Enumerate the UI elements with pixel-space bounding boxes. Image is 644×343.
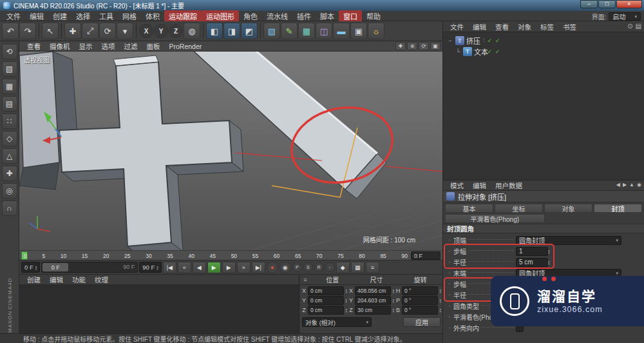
- snap-button[interactable]: ∩: [2, 201, 17, 216]
- viewport-menu-options[interactable]: 选项: [97, 41, 120, 51]
- polygons-mode-button[interactable]: △: [2, 148, 17, 164]
- interface-dropdown[interactable]: 启动▾: [609, 12, 641, 21]
- visibility-dots-icon[interactable]: ∶: [483, 48, 485, 55]
- rotation-b-input[interactable]: 0 °: [402, 306, 438, 315]
- menu-character[interactable]: 角色: [239, 10, 262, 22]
- history-back-icon[interactable]: ◀: [616, 182, 620, 188]
- position-x-input[interactable]: 0 cm: [308, 286, 344, 295]
- menu-motion-tracker[interactable]: 运动跟踪: [164, 10, 202, 22]
- menu-help[interactable]: 帮助: [362, 10, 385, 22]
- viewport[interactable]: 查看 摄像机 显示 选项 过滤 面板 ProRender ✚ ⊕ ⟳ ▣ 透视视…: [19, 41, 442, 250]
- section-cap-rounding[interactable]: 封顶圆角: [443, 224, 644, 233]
- redo-button[interactable]: ↷: [19, 23, 36, 39]
- menu-script[interactable]: 脚本: [316, 10, 339, 22]
- play-button[interactable]: ▶: [207, 262, 221, 273]
- add-spline-button[interactable]: ✎: [281, 23, 298, 39]
- add-camera-button[interactable]: ▣: [350, 23, 367, 39]
- last-tool-button[interactable]: ▾: [117, 23, 133, 39]
- lock-x-axis-button[interactable]: X: [139, 24, 153, 38]
- add-light-button[interactable]: ☼: [368, 23, 384, 39]
- keyframe-dot-icon[interactable]: [446, 259, 453, 265]
- keyframe-dot-icon[interactable]: [446, 292, 453, 298]
- undo-button[interactable]: ↶: [2, 23, 19, 39]
- parent-object-icon[interactable]: ▲: [629, 182, 634, 188]
- size-y-input[interactable]: 204.603 cm: [355, 296, 391, 305]
- tab-object[interactable]: 对象: [544, 204, 592, 213]
- position-z-input[interactable]: 0 cm: [308, 306, 344, 315]
- next-frame-button[interactable]: ▶: [222, 262, 236, 273]
- render-settings-button[interactable]: ◩: [241, 23, 258, 39]
- lock-icon[interactable]: ◉: [637, 182, 641, 188]
- viewport-orbit-icon[interactable]: ⟳: [419, 42, 429, 50]
- record-scale-toggle[interactable]: S: [303, 262, 313, 272]
- add-floor-button[interactable]: ▬: [333, 23, 350, 39]
- om-menu-edit[interactable]: 编辑: [468, 22, 491, 32]
- object-row-text[interactable]: └ T 文本 ∶ ✓ ✓: [447, 46, 644, 57]
- om-menu-objects[interactable]: 对象: [513, 22, 536, 32]
- object-name[interactable]: 挤压: [466, 35, 480, 46]
- keying-settings-button[interactable]: ▦: [351, 262, 365, 273]
- keyframe-dot-icon[interactable]: [446, 281, 453, 287]
- material-menu-edit[interactable]: 编辑: [45, 275, 68, 284]
- tab-phong[interactable]: 平滑着色(Phong): [445, 214, 545, 223]
- record-pla-toggle[interactable]: ◦: [325, 262, 335, 272]
- position-y-input[interactable]: 0 cm: [308, 296, 344, 305]
- rotation-h-input[interactable]: 0 °: [402, 286, 438, 295]
- close-button[interactable]: ×: [616, 0, 642, 8]
- lock-z-axis-button[interactable]: Z: [169, 24, 183, 38]
- material-menu-create[interactable]: 创建: [23, 275, 45, 284]
- autokey-button[interactable]: ◉: [279, 262, 291, 273]
- prev-frame-button[interactable]: ◀: [193, 262, 206, 273]
- viewport-solo-button[interactable]: ◎: [2, 183, 17, 199]
- add-subdivision-button[interactable]: ▦: [298, 23, 315, 39]
- menu-select[interactable]: 选择: [71, 10, 95, 22]
- add-cube-button[interactable]: ▧: [263, 23, 280, 39]
- menu-pipeline[interactable]: 流水线: [262, 10, 292, 22]
- enable-axis-button[interactable]: ✚: [2, 166, 17, 181]
- menu-edit[interactable]: 编辑: [25, 10, 48, 22]
- expand-icon[interactable]: −: [447, 37, 453, 44]
- goto-start-button[interactable]: |◀: [163, 262, 176, 273]
- title-bar[interactable]: CINEMA 4D R20.026 Studio (RC - R20) - [未…: [0, 0, 644, 11]
- keyframe-dot-icon[interactable]: [446, 248, 453, 254]
- keyframe-dot-icon[interactable]: [446, 270, 453, 276]
- viewport-menu-filter[interactable]: 过滤: [120, 41, 142, 51]
- top-steps-input[interactable]: 1: [516, 247, 548, 256]
- add-deformer-button[interactable]: ◫: [316, 23, 332, 39]
- next-key-button[interactable]: »: [237, 262, 251, 273]
- enabled-check-icon[interactable]: ✓ ✓: [488, 37, 501, 44]
- size-x-input[interactable]: 408.056 cm: [355, 286, 391, 295]
- history-forward-icon[interactable]: ▶: [623, 182, 627, 188]
- prev-key-button[interactable]: «: [178, 262, 191, 273]
- view-label[interactable]: 透视视图: [24, 55, 50, 64]
- viewport-zoom-icon[interactable]: ⊕: [407, 42, 417, 50]
- menu-volume[interactable]: 体积: [141, 10, 164, 22]
- tab-caps[interactable]: 封顶: [594, 204, 642, 213]
- tab-coordinates[interactable]: 坐标: [495, 204, 543, 213]
- end-frame-input[interactable]: 90 F: [139, 262, 162, 273]
- om-menu-file[interactable]: 文件: [446, 22, 468, 32]
- top-radius-input[interactable]: 5 cm: [516, 258, 548, 267]
- search-icon[interactable]: ⊙: [627, 23, 632, 30]
- size-z-input[interactable]: 30 cm: [355, 306, 391, 315]
- record-rotation-toggle[interactable]: R: [314, 262, 324, 272]
- coordinate-space-dropdown[interactable]: 对象 (相对)▾: [302, 317, 372, 327]
- render-picture-viewer-button[interactable]: ◨: [223, 23, 240, 39]
- edges-mode-button[interactable]: ◇: [2, 131, 17, 146]
- keyframe-dot-icon[interactable]: [446, 325, 453, 331]
- viewport-menu-display[interactable]: 显示: [75, 41, 97, 51]
- enabled-check-icon[interactable]: ✓ ✓: [488, 48, 501, 55]
- material-manager[interactable]: 创建 编辑 功能 纹理: [19, 275, 299, 333]
- viewport-menu-camera[interactable]: 摄像机: [45, 41, 75, 51]
- maximize-button[interactable]: □: [598, 0, 616, 8]
- menu-create[interactable]: 创建: [48, 10, 71, 22]
- live-selection-button[interactable]: ↖: [42, 23, 59, 39]
- record-keyframe-button[interactable]: ●: [267, 262, 278, 273]
- key-selection-button[interactable]: ◆: [336, 262, 350, 273]
- keyframe-dot-icon[interactable]: [446, 314, 453, 320]
- render-view-button[interactable]: ◧: [206, 23, 223, 39]
- goto-end-button[interactable]: ▶|: [252, 262, 265, 273]
- current-frame-input[interactable]: 0 F: [21, 262, 40, 273]
- material-menu-texture[interactable]: 纹理: [90, 275, 113, 284]
- rotate-tool-button[interactable]: ⟳: [99, 23, 116, 39]
